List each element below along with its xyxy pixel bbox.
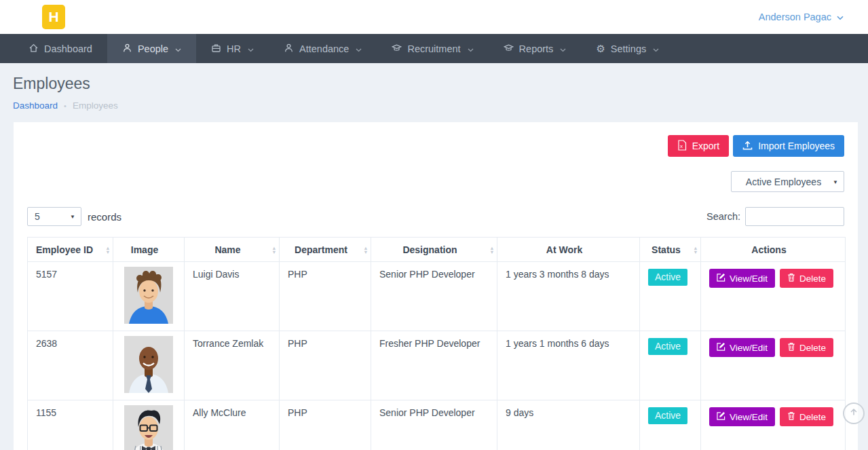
cell-designation: Senior PHP Developer: [371, 400, 497, 450]
trash-icon: [787, 342, 795, 353]
view-edit-button[interactable]: View/Edit: [709, 269, 775, 288]
cell-image: [113, 262, 185, 331]
search-label: Search:: [706, 211, 740, 222]
nav-item-hr[interactable]: HR: [196, 34, 269, 63]
column-header-department[interactable]: Department ▴▾: [280, 238, 371, 262]
cell-status: Active: [640, 331, 701, 400]
svg-text:x: x: [680, 143, 683, 149]
column-header-employee-id[interactable]: Employee ID ▴▾: [28, 238, 113, 262]
briefcase-icon: [211, 43, 221, 55]
delete-button[interactable]: Delete: [780, 407, 833, 426]
nav-item-settings[interactable]: ⚙ Settings: [581, 34, 674, 63]
cell-employee-id: 1155: [28, 400, 113, 450]
chevron-down-icon: [560, 43, 566, 54]
nav-item-label: People: [138, 43, 168, 54]
status-filter-select[interactable]: Active Employees: [731, 171, 844, 192]
column-header-designation[interactable]: Designation ▴▾: [371, 238, 497, 262]
import-button-label: Import Employees: [758, 140, 835, 151]
cell-name: Ally McClure: [185, 400, 280, 450]
nav-item-recruitment[interactable]: Recruitment: [377, 34, 488, 63]
nav-item-reports[interactable]: Reports: [489, 34, 582, 63]
main-nav: Dashboard People HR Attendance Recruitme…: [0, 34, 868, 63]
cell-actions: View/Edit Delete: [701, 331, 846, 400]
chevron-down-icon: [468, 43, 474, 54]
status-badge: Active: [648, 338, 687, 355]
edit-icon: [717, 411, 725, 422]
edit-icon: [717, 342, 725, 353]
nav-item-label: Settings: [611, 43, 646, 54]
employee-photo: [124, 267, 173, 324]
breadcrumb-dashboard-link[interactable]: Dashboard: [13, 100, 58, 111]
export-button[interactable]: x Export: [668, 135, 729, 157]
view-edit-button[interactable]: View/Edit: [709, 407, 775, 426]
sort-icon: ▴▾: [273, 245, 276, 254]
table-row: 5157 Luigi Davis PHP: [28, 262, 846, 331]
delete-button[interactable]: Delete: [780, 338, 833, 357]
edit-icon: [717, 273, 725, 284]
cell-actions: View/Edit Delete: [701, 400, 846, 450]
nav-item-attendance[interactable]: Attendance: [269, 34, 377, 63]
cell-employee-id: 2638: [28, 331, 113, 400]
column-header-status[interactable]: Status ▴▾: [640, 238, 701, 262]
graduation-cap-icon: [392, 43, 402, 55]
breadcrumb-current: Employees: [73, 100, 118, 111]
user-menu[interactable]: Anderson Pagac: [759, 12, 844, 22]
app-logo-letter: H: [48, 9, 58, 25]
home-icon: [29, 43, 39, 55]
column-header-at-work[interactable]: At Work: [497, 238, 640, 262]
column-header-image[interactable]: Image: [113, 238, 185, 262]
table-controls: 5 ▼ records Search:: [27, 207, 844, 226]
app-logo[interactable]: H: [42, 5, 65, 29]
delete-button[interactable]: Delete: [780, 269, 833, 288]
records-label: records: [88, 211, 121, 223]
records-length-select[interactable]: 5: [27, 207, 81, 226]
status-badge: Active: [648, 269, 687, 286]
table-row: 1155: [28, 400, 846, 450]
cell-image: [113, 331, 185, 400]
nav-item-label: Dashboard: [44, 43, 92, 54]
cell-designation: Senior PHP Developer: [371, 262, 497, 331]
export-button-label: Export: [692, 140, 719, 151]
nav-item-label: Reports: [519, 43, 554, 54]
cell-at-work: 9 days: [497, 400, 640, 450]
chevron-down-icon: [837, 12, 844, 22]
search-input[interactable]: [745, 207, 844, 226]
sort-icon: ▴▾: [364, 245, 367, 254]
panel-toolbar: x Export Import Employees: [27, 135, 844, 157]
cell-department: PHP: [280, 331, 371, 400]
cell-image: [113, 400, 185, 450]
employees-table: Employee ID ▴▾ Image Name ▴▾ Department …: [27, 237, 846, 450]
nav-item-label: HR: [227, 43, 241, 54]
records-length-wrap: 5 ▼: [27, 207, 81, 226]
breadcrumb: Dashboard • Employees: [13, 100, 868, 111]
sort-icon: ▴▾: [107, 245, 109, 254]
trash-icon: [787, 411, 795, 422]
cell-employee-id: 5157: [28, 262, 113, 331]
graduation-cap-icon: [504, 43, 514, 55]
chevron-down-icon: [653, 43, 659, 54]
scroll-to-top-button[interactable]: [843, 402, 865, 424]
user-name: Anderson Pagac: [759, 12, 831, 22]
page-title: Employees: [13, 75, 868, 93]
page-header: Employees Dashboard • Employees: [0, 63, 868, 111]
excel-file-icon: x: [677, 140, 687, 153]
person-icon: [284, 43, 294, 55]
cell-name: Torrance Zemlak: [185, 331, 280, 400]
chevron-down-icon: [248, 43, 254, 54]
nav-item-label: Recruitment: [407, 43, 460, 54]
employee-photo: [124, 336, 173, 393]
column-header-name[interactable]: Name ▴▾: [185, 238, 280, 262]
breadcrumb-separator: •: [64, 102, 67, 110]
nav-item-people[interactable]: People: [107, 34, 196, 63]
sort-icon: ▴▾: [491, 245, 493, 254]
cell-department: PHP: [280, 262, 371, 331]
employee-photo: [124, 405, 173, 450]
status-filter-row: Active Employees ▼: [27, 171, 844, 192]
gear-icon: ⚙: [596, 43, 605, 54]
import-employees-button[interactable]: Import Employees: [733, 135, 844, 157]
cell-name: Luigi Davis: [185, 262, 280, 331]
view-edit-button[interactable]: View/Edit: [709, 338, 775, 357]
trash-icon: [787, 273, 795, 284]
search-box: Search:: [706, 207, 844, 226]
nav-item-dashboard[interactable]: Dashboard: [14, 34, 107, 63]
